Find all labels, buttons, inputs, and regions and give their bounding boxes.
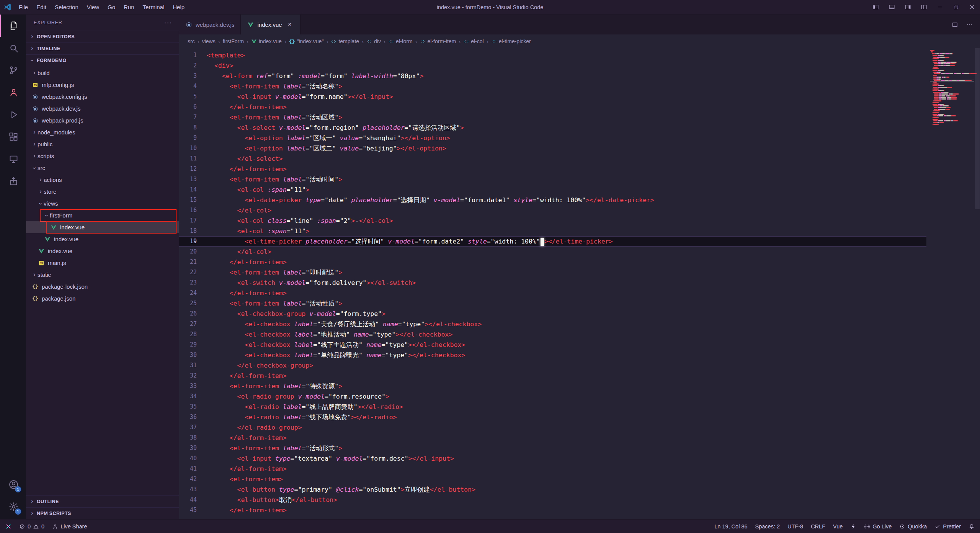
window-restore-button[interactable] [948,0,964,14]
status-quokka[interactable]: Quokka [899,523,927,530]
window-close-button[interactable] [964,0,980,14]
code-line[interactable]: 25 <el-form-item label="活动性质"> [179,298,926,309]
activitybar-extensions[interactable] [0,126,26,148]
tree-item-views[interactable]: ›views [26,198,179,209]
code-line[interactable]: 26 <el-checkbox-group v-model="form.type… [179,309,926,319]
tree-item-webpack-config-js[interactable]: webpack.config.js [26,91,179,103]
breadcrumb-item[interactable]: el-form-item [420,38,456,44]
tab-webpack-dev-js[interactable]: webpack.dev.js [179,15,241,34]
breadcrumb-item[interactable]: el-form [388,38,413,44]
code-line[interactable]: 45 </el-form-item> [179,505,926,515]
code-line[interactable]: 34 <el-radio-group v-model="form.resourc… [179,391,926,402]
code-line[interactable]: 3 <el-form ref="form" :model="form" labe… [179,71,926,81]
vscode-logo-icon[interactable] [0,3,15,11]
tree-item-public[interactable]: ›public [26,138,179,150]
status-language-mode[interactable]: Vue [833,523,843,530]
window-minimize-button[interactable] [932,0,948,14]
breadcrumb-item[interactable]: {}"index.vue" [289,38,324,44]
code-line[interactable]: 31 </el-checkbox-group> [179,360,926,371]
tree-item-index-vue[interactable]: index.vue [26,221,179,233]
code-line[interactable]: 30 <el-checkbox label="单纯品牌曝光" name="typ… [179,350,926,360]
section-npm-scripts[interactable]: › NPM SCRIPTS [26,507,179,519]
customize-layout-button[interactable] [916,0,932,14]
breadcrumb-item[interactable]: template [331,38,359,44]
menu-terminal[interactable]: Terminal [139,0,169,14]
tree-item-package-json[interactable]: {}package.json [26,293,179,304]
activitybar-search[interactable] [0,37,26,59]
tree-item-store[interactable]: ›store [26,186,179,198]
split-editor-button[interactable] [949,18,961,31]
breadcrumb-item[interactable]: div [366,38,381,44]
breadcrumb-item[interactable]: views [202,38,216,44]
menu-selection[interactable]: Selection [51,0,83,14]
activitybar-source-control[interactable] [0,59,26,81]
breadcrumb-item[interactable]: src [188,38,195,44]
status-thunder[interactable] [850,523,856,530]
code-line[interactable]: 41 </el-form-item> [179,464,926,474]
tree-item-src[interactable]: ›src [26,162,179,174]
section-timeline[interactable]: › TIMELINE [26,43,179,54]
code-line[interactable]: 4 <el-form-item label="活动名称"> [179,81,926,92]
code-line[interactable]: 16 </el-col> [179,205,926,216]
tree-item-package-lock-json[interactable]: {}package-lock.json [26,281,179,293]
code-line[interactable]: 18 <el-col :span="11"> [179,226,926,236]
status-remote-indicator[interactable] [5,523,11,530]
code-line[interactable]: 27 <el-checkbox label="美食/餐厅线上活动" name="… [179,319,926,329]
code-line[interactable]: 42 <el-form-item> [179,474,926,484]
code-line[interactable]: 29 <el-checkbox label="线下主题活动" name="typ… [179,340,926,350]
code-line[interactable]: 37 </el-radio-group> [179,422,926,433]
breadcrumb-item[interactable]: el-time-picker [491,38,531,44]
code-line[interactable]: 33 <el-form-item label="特殊资源"> [179,381,926,391]
code-line[interactable]: 35 <el-radio label="线上品牌商赞助"></el-radio> [179,402,926,412]
tree-item-mfp-config-js[interactable]: JSmfp.config.js [26,79,179,91]
editor[interactable]: 1<template>2 <div>3 <el-form ref="form" … [179,48,980,519]
code-line[interactable]: 11 </el-select> [179,154,926,164]
code-line[interactable]: 43 <el-button type="primary" @click="onS… [179,484,926,495]
menu-file[interactable]: File [15,0,32,14]
status-encoding[interactable]: UTF-8 [787,523,803,530]
toggle-panel-button[interactable] [884,0,900,14]
breadcrumb-item[interactable]: el-col [463,38,483,44]
code-line[interactable]: 6 </el-form-item> [179,102,926,112]
code-line[interactable]: 22 <el-form-item label="即时配送"> [179,267,926,278]
code-line[interactable]: 24 </el-form-item> [179,288,926,298]
status-notifications[interactable] [969,523,975,530]
status-prettier[interactable]: Prettier [934,523,961,530]
code-line[interactable]: 5 <el-input v-model="form.name"></el-inp… [179,92,926,102]
code-line[interactable]: 10 <el-option label="区域二" value="beijing… [179,143,926,154]
activitybar-live-share[interactable] [0,81,26,103]
code-line[interactable]: 13 <el-form-item label="活动时间"> [179,174,926,185]
code-line[interactable]: 7 <el-form-item label="活动区域"> [179,112,926,123]
status-indentation[interactable]: Spaces: 2 [755,523,780,530]
code-line[interactable]: 39 <el-form-item label="活动形式"> [179,443,926,453]
code-line[interactable]: 32 </el-form-item> [179,371,926,381]
code-line[interactable]: 40 <el-input type="textarea" v-model="fo… [179,453,926,464]
tree-item-index-vue[interactable]: index.vue [26,233,179,245]
explorer-more-actions-icon[interactable]: ··· [161,19,175,27]
status-problems[interactable]: 00 [19,523,44,530]
menu-view[interactable]: View [83,0,103,14]
activitybar-accounts[interactable]: 1 [0,473,26,495]
menu-edit[interactable]: Edit [32,0,51,14]
status-cursor-position[interactable]: Ln 19, Col 86 [714,523,747,530]
code-line[interactable]: 9 <el-option label="区域一" value="shanghai… [179,133,926,143]
tree-item-node-modules[interactable]: ›node_modules [26,126,179,138]
menu-run[interactable]: Run [119,0,139,14]
tree-item-webpack-dev-js[interactable]: webpack.dev.js [26,103,179,114]
menu-help[interactable]: Help [168,0,189,14]
breadcrumb-item[interactable]: firstForm [223,38,244,44]
status-live-share[interactable]: Live Share [52,523,87,530]
section-folder-formdemo[interactable]: › FORMDEMO [26,54,179,66]
tree-item-webpack-prod-js[interactable]: webpack.prod.js [26,114,179,126]
code-line[interactable]: 36 <el-radio label="线下场地免费"></el-radio> [179,412,926,422]
code-line[interactable]: 17 <el-col class="line" :span="2">-</el-… [179,216,926,226]
section-outline[interactable]: › OUTLINE [26,495,179,507]
code-line[interactable]: 14 <el-col :span="11"> [179,185,926,195]
tree-item-static[interactable]: ›static [26,269,179,281]
activitybar-run-debug[interactable] [0,103,26,126]
status-eol[interactable]: CRLF [811,523,825,530]
code-line[interactable]: 28 <el-checkbox label="地推活动" name="type"… [179,329,926,340]
minimap[interactable] [930,50,974,126]
breadcrumb-item[interactable]: index.vue [251,38,282,44]
code-line[interactable]: 1<template> [179,50,926,60]
